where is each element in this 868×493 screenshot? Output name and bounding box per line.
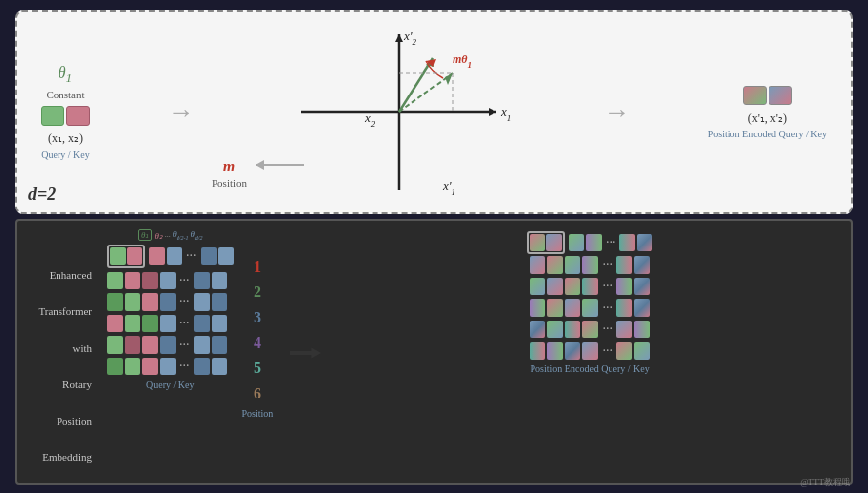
tc-g1-5: [125, 358, 140, 375]
tc-g1-4: [107, 336, 123, 354]
pe-re3-1: [565, 256, 580, 274]
pe-re6-3: [634, 299, 650, 317]
svg-line-10: [399, 58, 433, 112]
pe-dots-3: ···: [600, 300, 614, 316]
pe-row-5: ···: [530, 342, 650, 360]
row-label-4: Position: [26, 415, 99, 427]
pe-re2-4: [616, 321, 632, 338]
pe-re1-2: [565, 278, 580, 295]
tc-b2a: [201, 247, 217, 265]
qk-header: θ₁ θ₂ ··· θd/2-1 θd/2: [138, 229, 203, 241]
pos-numbers: 1 2 3 4 5 6: [254, 256, 261, 404]
pe-dots-1: ···: [600, 257, 614, 273]
pe-section-label: Position Encoded Query / Key: [531, 363, 650, 374]
pe-row-1: ···: [530, 256, 650, 274]
tc-g1-2: [125, 293, 140, 311]
pe-cell-block-header: [530, 234, 562, 251]
pe-dots-h: ···: [604, 235, 618, 250]
emb-cell-green: [41, 106, 64, 126]
pe-header-row: ···: [527, 229, 653, 256]
tc-p1-5: [142, 358, 158, 375]
row-label-1: Transformer: [26, 305, 99, 317]
big-arrow-svg: [286, 338, 325, 367]
pe-re5-1: [616, 256, 632, 274]
left-block: θ1 Constant (x₁, x₂) Query / Key: [41, 64, 90, 159]
dots-5: ···: [178, 359, 192, 374]
pe-re6-5: [565, 342, 580, 360]
tc-b1-3: [160, 315, 176, 332]
tc-b1b-1: [212, 272, 227, 289]
dots-header: ···: [165, 232, 171, 241]
position-section: 1 2 3 4 5 6 Position: [242, 229, 274, 475]
theta1-label: θ1: [59, 64, 73, 86]
main-container: d=2 θ1 Constant (x₁, x₂) Query / Key →: [0, 0, 868, 493]
tc-b2-3: [194, 315, 210, 332]
coord-label: (x₁, x₂): [48, 132, 83, 146]
row-label-5: Embedding: [26, 451, 99, 463]
qk-section: θ₁ θ₂ ··· θd/2-1 θd/2: [107, 229, 234, 475]
token-row-5: ···: [107, 358, 234, 375]
svg-text:mθ1: mθ1: [453, 53, 472, 70]
tc-p1-3: [107, 315, 123, 332]
tc-b2-2: [160, 293, 176, 311]
tc-g2-2: [107, 293, 123, 311]
pe-re2-5: [582, 342, 598, 360]
svg-marker-3: [395, 34, 403, 42]
row-label-2: with: [26, 342, 99, 354]
svg-text:x'2: x'2: [403, 28, 417, 47]
pe-rows: ··· ··· ···: [530, 256, 650, 360]
pe-re4-3: [530, 299, 545, 317]
theta-d2m1-header: θd/2-1: [173, 230, 189, 241]
pos-num-4: 4: [254, 332, 261, 354]
dots-0: ···: [184, 248, 199, 264]
arrow-right-1: →: [167, 96, 194, 128]
row-label-3: Rotary: [26, 378, 99, 390]
tc-b1: [167, 247, 182, 265]
pe-dots-2: ···: [600, 279, 614, 294]
coord-svg: x1 x'2 x2 x'1 mθ1: [282, 24, 516, 200]
qk-section-label: Query / Key: [146, 379, 194, 390]
tc-b2-1: [194, 272, 210, 289]
tc-p1-2: [142, 293, 158, 311]
bottom-section: Enhanced Transformer with Rotary Positio…: [15, 219, 853, 485]
pe-tc-re2-h: [546, 234, 562, 251]
svg-text:x1: x1: [500, 104, 511, 123]
pe-re5-3: [616, 299, 632, 317]
tc-b2b-2: [212, 293, 227, 311]
pe-label-top: Position Encoded Query / Key: [708, 129, 827, 139]
constant-label: Constant: [46, 89, 84, 100]
svg-marker-2: [489, 108, 496, 116]
embedding-box-left: [41, 106, 90, 126]
pe-re4-4: [634, 321, 650, 338]
d2-label: d=2: [28, 184, 56, 205]
pe-re3-3: [582, 299, 598, 317]
tc-g1: [110, 247, 126, 265]
pe-re4-5: [547, 342, 563, 360]
pos-num-6: 6: [254, 383, 261, 404]
tc-b2-5: [194, 358, 210, 375]
tc-b2b-4: [212, 336, 227, 354]
pos-num-2: 2: [254, 282, 261, 303]
tc-b1-4: [194, 336, 210, 354]
pos-num-1: 1: [254, 256, 261, 278]
right-block: (x'₁, x'₂) Position Encoded Query / Key: [708, 86, 827, 139]
m-position-block: m Position: [212, 158, 247, 195]
coord-label-right: (x'₁, x'₂): [748, 111, 787, 126]
top-section: d=2 θ1 Constant (x₁, x₂) Query / Key →: [15, 10, 853, 214]
pe-re2-2: [547, 278, 563, 295]
pe-dots-4: ···: [600, 322, 614, 337]
pe-re1-5: [616, 342, 632, 360]
tc-b1b-5: [212, 358, 227, 375]
token-row-2: ···: [107, 293, 234, 311]
m-position-label: Position: [212, 177, 247, 189]
theta-d2-header: θd/2: [190, 229, 202, 241]
dots-3: ···: [178, 316, 192, 331]
pe-tc-re3-h: [569, 234, 584, 251]
svg-text:x'1: x'1: [442, 178, 455, 197]
pe-re2-3: [565, 299, 580, 317]
tc-p1: [127, 247, 142, 265]
m-label: m: [223, 158, 235, 175]
tc-b1-5: [160, 358, 176, 375]
svg-marker-17: [256, 160, 264, 170]
pe-tc-re6-h: [637, 234, 652, 251]
